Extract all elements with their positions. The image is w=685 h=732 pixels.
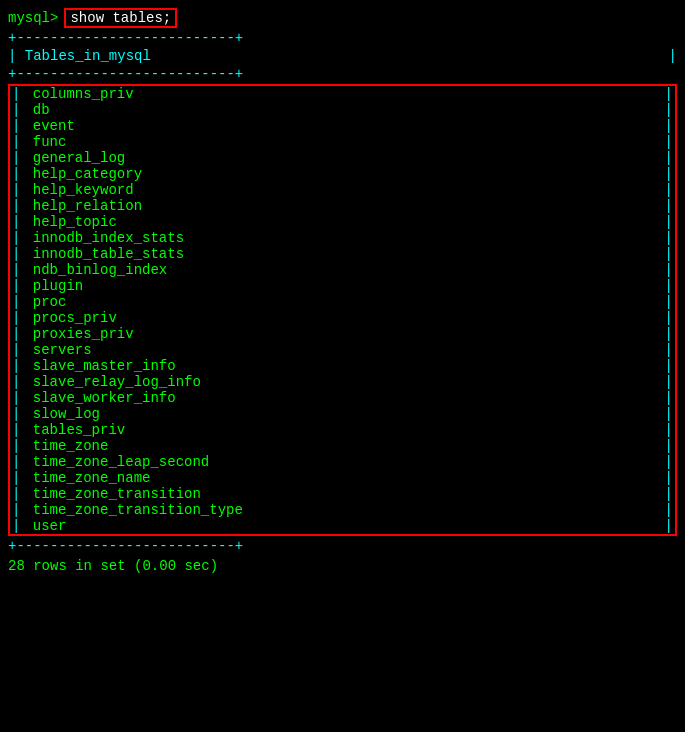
table-row: | time_zone | xyxy=(10,438,675,454)
table-name: proxies_priv xyxy=(29,326,665,342)
pipe-left: | xyxy=(12,86,29,102)
pipe-right: | xyxy=(665,342,673,358)
table-name: time_zone_name xyxy=(29,470,665,486)
top-divider: +--------------------------+ xyxy=(8,30,677,46)
pipe-right: | xyxy=(665,438,673,454)
pipe-right: | xyxy=(665,502,673,518)
pipe-right: | xyxy=(665,262,673,278)
pipe-right: | xyxy=(665,358,673,374)
table-row: | plugin | xyxy=(10,278,675,294)
table-row: | slave_worker_info | xyxy=(10,390,675,406)
table-row: | slow_log | xyxy=(10,406,675,422)
table-name: plugin xyxy=(29,278,665,294)
table-name: tables_priv xyxy=(29,422,665,438)
pipe-right: | xyxy=(665,454,673,470)
table-row: | db | xyxy=(10,102,675,118)
table-name: db xyxy=(29,102,665,118)
table-name: general_log xyxy=(29,150,665,166)
pipe-right: | xyxy=(665,390,673,406)
terminal: mysql> show tables; +-------------------… xyxy=(0,4,685,578)
table-name: columns_priv xyxy=(29,86,665,102)
table-name: slave_master_info xyxy=(29,358,665,374)
pipe-left: | xyxy=(12,454,29,470)
table-name: slave_relay_log_info xyxy=(29,374,665,390)
table-row: | time_zone_name | xyxy=(10,470,675,486)
pipe-left: | xyxy=(12,406,29,422)
table-name: slow_log xyxy=(29,406,665,422)
table-row: | servers | xyxy=(10,342,675,358)
table-name: time_zone_leap_second xyxy=(29,454,665,470)
table-name: help_relation xyxy=(29,198,665,214)
table-name: time_zone_transition_type xyxy=(29,502,665,518)
table-row: | help_topic | xyxy=(10,214,675,230)
pipe-left: | xyxy=(12,182,29,198)
pipe-right: | xyxy=(665,518,673,534)
table-name: ndb_binlog_index xyxy=(29,262,665,278)
pipe-right: | xyxy=(665,310,673,326)
table-name: servers xyxy=(29,342,665,358)
table-name: time_zone xyxy=(29,438,665,454)
table-row: | general_log | xyxy=(10,150,675,166)
pipe-left: | xyxy=(12,230,29,246)
mid-divider: +--------------------------+ xyxy=(8,66,677,82)
table-row: | slave_relay_log_info | xyxy=(10,374,675,390)
pipe-right: | xyxy=(665,374,673,390)
table-row: | event | xyxy=(10,118,675,134)
pipe-right: | xyxy=(665,406,673,422)
table-rows-container: | columns_priv || db || event || func ||… xyxy=(8,84,677,536)
pipe-left: | xyxy=(12,486,29,502)
table-row: | innodb_index_stats | xyxy=(10,230,675,246)
table-name: help_topic xyxy=(29,214,665,230)
pipe-left: | xyxy=(12,214,29,230)
table-row: | ndb_binlog_index | xyxy=(10,262,675,278)
mysql-prompt: mysql> xyxy=(8,10,58,26)
pipe-right: | xyxy=(665,486,673,502)
table-row: | procs_priv | xyxy=(10,310,675,326)
pipe-right: | xyxy=(665,86,673,102)
pipe-left: | xyxy=(12,470,29,486)
table-row: | innodb_table_stats | xyxy=(10,246,675,262)
table-name: time_zone_transition xyxy=(29,486,665,502)
pipe-right: | xyxy=(665,246,673,262)
table-row: | help_category | xyxy=(10,166,675,182)
pipe-right: | xyxy=(665,150,673,166)
pipe-right: | xyxy=(665,214,673,230)
pipe-left: | xyxy=(12,310,29,326)
pipe-right: | xyxy=(665,102,673,118)
pipe-left: | xyxy=(12,198,29,214)
pipe-left: | xyxy=(12,422,29,438)
pipe-left: | xyxy=(12,326,29,342)
pipe-left: | xyxy=(12,502,29,518)
pipe-right: | xyxy=(665,230,673,246)
table-row: | proxies_priv | xyxy=(10,326,675,342)
pipe-right: | xyxy=(665,166,673,182)
pipe-right: | xyxy=(665,294,673,310)
pipe-left: | xyxy=(12,518,29,534)
table-row: | proc | xyxy=(10,294,675,310)
pipe-left: | xyxy=(12,102,29,118)
table-name: slave_worker_info xyxy=(29,390,665,406)
result-footer: 28 rows in set (0.00 sec) xyxy=(8,558,677,574)
pipe-right: | xyxy=(665,422,673,438)
table-name: event xyxy=(29,118,665,134)
pipe-left: | xyxy=(12,118,29,134)
pipe-right: | xyxy=(665,118,673,134)
table-row: | time_zone_transition_type| xyxy=(10,502,675,518)
table-row: | func | xyxy=(10,134,675,150)
column-header: Tables_in_mysql xyxy=(25,48,151,64)
pipe-left: | xyxy=(12,390,29,406)
pipe-left: | xyxy=(12,438,29,454)
table-row: | tables_priv | xyxy=(10,422,675,438)
prompt-line: mysql> show tables; xyxy=(8,8,677,28)
table-name: help_keyword xyxy=(29,182,665,198)
table-name: innodb_table_stats xyxy=(29,246,665,262)
table-row: | time_zone_transition | xyxy=(10,486,675,502)
table-name: func xyxy=(29,134,665,150)
pipe-left: | xyxy=(12,278,29,294)
pipe-left: | xyxy=(12,246,29,262)
pipe-left: | xyxy=(12,342,29,358)
pipe-right: | xyxy=(665,470,673,486)
table-name: help_category xyxy=(29,166,665,182)
pipe-right: | xyxy=(665,134,673,150)
pipe-left: | xyxy=(12,166,29,182)
